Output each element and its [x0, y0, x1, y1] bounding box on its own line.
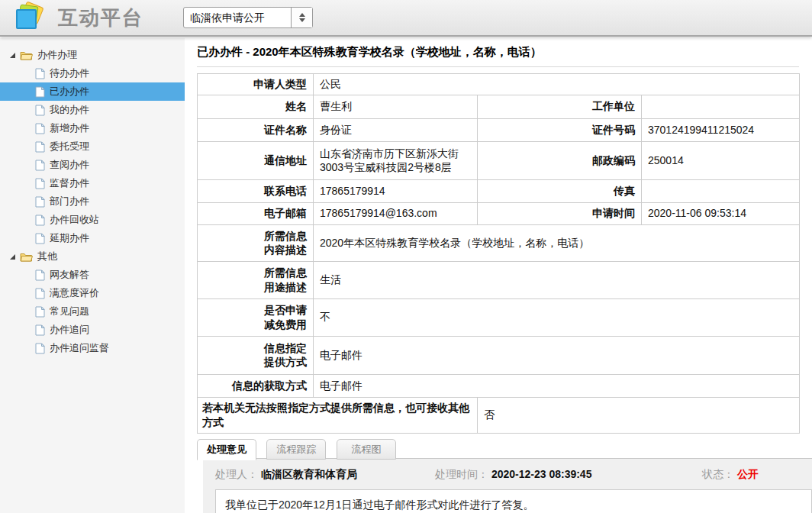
sidebar-item-label: 监督办件 — [50, 174, 89, 192]
sidebar-item-label: 新增办件 — [50, 119, 89, 137]
handle-time-label: 处理时间： — [435, 468, 488, 480]
page-icon — [35, 86, 45, 98]
field-value — [642, 95, 800, 118]
page-title: 已办办件 - 2020年本区特殊教育学校名录（学校地址，名称，电话） — [197, 38, 799, 67]
page-icon — [35, 306, 45, 318]
spinner-arrows-icon[interactable] — [291, 8, 312, 27]
field-label: 工作单位 — [478, 95, 642, 118]
sidebar-item-pending-items[interactable]: 待办办件 — [0, 64, 185, 82]
sidebar-item-label: 延期办件 — [50, 229, 89, 247]
sidebar-item-entrusted-acceptance[interactable]: 委托受理 — [0, 137, 185, 156]
app-logo-icon — [12, 2, 47, 33]
handler-label: 处理人： — [215, 468, 258, 480]
field-value: 370124199411215024 — [642, 118, 800, 141]
field-value: 生活 — [314, 261, 800, 298]
field-value: 17865179914@163.com — [314, 202, 478, 224]
field-value: 身份证 — [314, 118, 478, 141]
field-value: 曹生利 — [314, 95, 478, 118]
field-value: 2020-11-06 09:53:14 — [642, 202, 800, 224]
page-icon — [35, 324, 45, 336]
field-value: 17865179914 — [314, 179, 478, 202]
sidebar-item-label: 查阅办件 — [50, 156, 89, 174]
sidebar-item-label: 已办办件 — [50, 82, 89, 101]
field-label: 信息指定 提供方式 — [198, 336, 314, 374]
field-label: 信息的获取方式 — [198, 374, 314, 397]
sidebar-item-label: 我的办件 — [50, 101, 89, 119]
field-label: 证件名称 — [198, 118, 314, 141]
opinion-meta-row: 处理人： 临淄区教育和体育局 处理时间： 2020-12-23 08:39:45… — [215, 468, 812, 482]
field-label: 通信地址 — [198, 141, 314, 179]
field-label: 电子邮箱 — [198, 202, 314, 224]
folder-icon — [20, 252, 33, 262]
sidebar-item-label: 满意度评价 — [50, 284, 99, 302]
app-window: 互动平台 临淄依申请公开 办件办理 待办办件 已办办件 我的办件 — [0, 0, 812, 513]
field-label: 姓名 — [198, 95, 314, 118]
page-icon — [35, 178, 45, 189]
field-value: 山东省济南市历下区新泺大街3003号宝威科技园2号楼8层 — [314, 141, 478, 179]
tab-flow-chart[interactable]: 流程图 — [337, 439, 396, 460]
page-icon — [35, 288, 45, 299]
sidebar-item-review-items[interactable]: 查阅办件 — [0, 156, 185, 174]
sidebar-item-recycle-bin[interactable]: 办件回收站 — [0, 211, 185, 229]
status-badge: 公开 — [737, 468, 759, 480]
sidebar-item-label: 办件回收站 — [50, 211, 99, 229]
page-icon — [35, 343, 45, 354]
sidebar-item-delayed-items[interactable]: 延期办件 — [0, 229, 185, 247]
sidebar-item-follow-up[interactable]: 办件追问 — [0, 321, 185, 339]
sidebar-item-netizen-answers[interactable]: 网友解答 — [0, 266, 185, 284]
sidebar-folder-label: 办件办理 — [37, 46, 77, 64]
page-icon — [35, 215, 45, 226]
page-icon — [35, 160, 45, 171]
page-icon — [35, 269, 45, 281]
sidebar-item-satisfaction-rating[interactable]: 满意度评价 — [0, 284, 185, 302]
field-value: 不 — [314, 298, 800, 336]
page-icon — [35, 141, 45, 153]
handle-time-value: 2020-12-23 08:39:45 — [491, 468, 592, 480]
field-label: 邮政编码 — [478, 141, 642, 179]
field-label: 申请人类型 — [198, 74, 314, 95]
header-bar: 互动平台 临淄依申请公开 — [0, 0, 812, 37]
field-label: 联系电话 — [198, 179, 314, 202]
sidebar-item-label: 待办办件 — [50, 64, 89, 82]
field-value: 公民 — [314, 74, 800, 95]
sidebar-item-label: 办件追问 — [50, 321, 89, 339]
sidebar-item-completed-items[interactable]: 已办办件 — [0, 82, 185, 101]
page-icon — [35, 123, 45, 134]
sidebar-tree: 办件办理 待办办件 已办办件 我的办件 新增办件 委托受理 查阅办件 监督办件 — [0, 38, 185, 513]
sidebar-item-label: 常见问题 — [50, 302, 89, 321]
expand-triangle-icon[interactable] — [10, 254, 15, 260]
sidebar-item-department-items[interactable]: 部门办件 — [0, 192, 185, 211]
sidebar-folder-others[interactable]: 其他 — [0, 247, 185, 266]
tab-bar: 处理意见 流程跟踪 流程图 — [197, 438, 812, 459]
page-icon — [35, 196, 45, 208]
sidebar-item-label: 委托受理 — [50, 137, 89, 156]
field-value: 否 — [478, 397, 800, 433]
page-icon — [35, 233, 45, 244]
page-icon — [35, 105, 45, 116]
sidebar-item-follow-up-supervision[interactable]: 办件追问监督 — [0, 339, 185, 357]
platform-select-value: 临淄依申请公开 — [184, 8, 291, 27]
sidebar-item-supervise-items[interactable]: 监督办件 — [0, 174, 185, 192]
handler-value: 临淄区教育和体育局 — [261, 468, 357, 480]
tab-handling-opinion[interactable]: 处理意见 — [197, 439, 256, 460]
expand-triangle-icon[interactable] — [10, 53, 15, 58]
platform-select[interactable]: 临淄依申请公开 — [183, 7, 313, 28]
sidebar-item-label: 网友解答 — [50, 266, 89, 284]
field-label: 所需信息 用途描述 — [198, 261, 314, 298]
application-detail-table: 申请人类型 公民 姓名 曹生利 工作单位 证件名称 身份证 证件号码 37012… — [197, 73, 800, 434]
field-label: 是否申请 减免费用 — [198, 298, 314, 336]
field-value: 250014 — [642, 141, 800, 179]
field-label: 申请时间 — [478, 202, 642, 224]
tab-process-tracking[interactable]: 流程跟踪 — [266, 439, 326, 460]
app-title: 互动平台 — [58, 5, 143, 31]
folder-icon — [20, 50, 33, 60]
sidebar-item-new-item[interactable]: 新增办件 — [0, 119, 185, 137]
sidebar-item-faq[interactable]: 常见问题 — [0, 302, 185, 321]
sidebar-item-my-items[interactable]: 我的办件 — [0, 101, 185, 119]
page-icon — [35, 68, 45, 79]
field-value: 电子邮件 — [314, 336, 800, 374]
field-label: 证件号码 — [478, 118, 642, 141]
field-value: 电子邮件 — [314, 374, 800, 397]
sidebar-folder-item-handling[interactable]: 办件办理 — [0, 46, 185, 64]
status-label: 状态： — [702, 468, 734, 480]
